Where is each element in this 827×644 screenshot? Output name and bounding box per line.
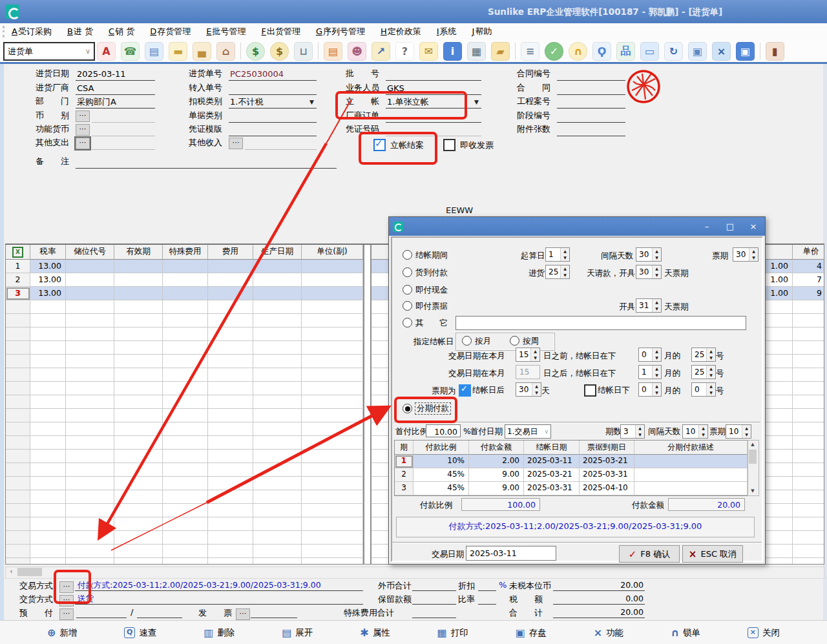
periods-spin[interactable]: 3▲▼ (620, 424, 645, 439)
voucher-no-field[interactable] (386, 123, 481, 136)
stage-no-field[interactable] (557, 110, 625, 123)
invoice-on-receipt-check-item[interactable]: 即收发票 (443, 139, 494, 151)
help-doc-icon[interactable]: ? (395, 42, 414, 61)
department-field[interactable]: 采购部门A (76, 96, 155, 109)
ticket-month-spin[interactable]: 0▲▼ (638, 382, 662, 397)
delete-button[interactable]: ▥删除 (204, 627, 235, 639)
voucher-template-field[interactable] (229, 123, 317, 136)
pay-ticket-spin[interactable]: 10▲▼ (726, 424, 751, 439)
contract-no-field[interactable] (557, 68, 625, 81)
functional-currency-field[interactable] (92, 123, 155, 136)
chevron-down-icon[interactable]: ▼ (309, 99, 315, 105)
info-icon[interactable]: i (443, 42, 462, 61)
batch-no-field[interactable] (386, 68, 481, 81)
before-month-spin[interactable]: 0▲▼ (638, 348, 662, 362)
before-dom-spin[interactable]: 25▲▼ (691, 348, 716, 362)
properties-button[interactable]: ✱属性 (360, 627, 390, 639)
menu-item-g[interactable]: G序列号管理 (316, 26, 365, 37)
bell-icon[interactable]: ∩ (569, 42, 587, 61)
send-mail-icon[interactable]: ✉ (419, 42, 438, 61)
save-button[interactable]: ▣存盘 (516, 627, 547, 639)
quick-search-button[interactable]: Q速查 (124, 627, 156, 639)
other-income-field[interactable] (245, 137, 317, 150)
scroll-thumb[interactable] (17, 568, 42, 576)
briefcase-icon[interactable]: ▄ (193, 42, 211, 61)
installment-scrollbar[interactable]: ▲▼ (748, 440, 759, 496)
transfer-no-field[interactable] (229, 82, 317, 95)
ticket-dom-spin[interactable]: 0▲▼ (691, 382, 716, 397)
tax-category-field[interactable]: 1.不计税▼ (229, 96, 317, 109)
interval-days-spin[interactable]: 30▲▼ (636, 247, 662, 262)
installment-table[interactable]: 期付款比例付款金额结帐日期票据到期日分期付款描述110%2.002025-03-… (394, 440, 748, 496)
request-days-spin[interactable]: 30▲▼ (636, 265, 662, 279)
attachment-count-field[interactable] (557, 123, 625, 136)
copy-doc-icon[interactable]: ≡ (521, 42, 539, 61)
after-month-spin[interactable]: 1▲▼ (638, 365, 662, 379)
first-pay-date-select[interactable]: 1.交易日∨ (505, 424, 551, 439)
print-button[interactable]: ▦打印 (437, 627, 468, 639)
remark-field[interactable] (76, 156, 337, 169)
currency-field[interactable] (92, 110, 155, 123)
other-expense-field[interactable] (92, 137, 155, 150)
chevron-down-icon[interactable]: ▼ (474, 99, 480, 105)
other-radio[interactable] (403, 318, 412, 327)
receipt-no-field[interactable]: PC25030004 (229, 68, 317, 81)
installment-row[interactable]: 110%2.002025-03-112025-03-21 (395, 455, 748, 468)
menu-item-d[interactable]: D存货管理 (150, 26, 191, 37)
excel-icon[interactable]: X (12, 247, 23, 258)
phone-icon[interactable]: ☎ (121, 42, 140, 61)
after-dom-spin[interactable]: 25▲▼ (691, 365, 716, 379)
prepay-browse-button[interactable]: ⋯ (59, 608, 74, 620)
menu-item-b[interactable]: B进 货 (67, 26, 93, 37)
account-settle-checkbox[interactable] (373, 139, 386, 151)
salesperson-field[interactable]: GKS (386, 82, 481, 95)
dialog-maximize-button[interactable]: □ (718, 217, 742, 236)
monitor-icon[interactable]: ▭ (640, 42, 659, 61)
down-ratio-input[interactable]: 10.00 (426, 424, 461, 437)
doc-type-select[interactable]: 进货单 ∨ (3, 42, 95, 61)
installment-row[interactable]: 245%9.002025-03-212025-03-31 (395, 468, 748, 482)
folder-icon[interactable]: ▰ (491, 42, 510, 61)
supplier-order-field[interactable] (386, 110, 481, 123)
cash-radio[interactable] (403, 285, 412, 295)
account-mode-field[interactable]: 1.单张立帐▼ (386, 96, 481, 109)
cancel-button[interactable]: ×ESC 取消 (682, 545, 743, 563)
doc-category-field[interactable] (229, 110, 317, 123)
check-icon[interactable]: ✓ (545, 42, 563, 61)
money-bag-icon[interactable]: $ (270, 42, 289, 61)
grid-header-5[interactable]: 生产日期 (253, 245, 302, 260)
copy-window-icon[interactable]: ▣ (688, 42, 707, 61)
other-terms-input[interactable] (455, 316, 746, 330)
ticket-days-spin[interactable]: 30▲▼ (733, 247, 759, 262)
trade-mode-browse-button[interactable]: ⋯ (59, 581, 74, 593)
menu-item-c[interactable]: C销 货 (109, 26, 134, 37)
exit-door-icon[interactable]: ▮ (766, 42, 784, 61)
menu-item-h[interactable]: H定价政策 (381, 26, 421, 37)
team-icon[interactable]: ☻ (348, 42, 366, 61)
settle-period-radio[interactable] (403, 250, 412, 260)
search-icon[interactable]: Ϙ (592, 42, 611, 61)
dialog-close-button[interactable]: × (742, 217, 765, 236)
shopping-cart-icon[interactable]: ⊔ (294, 42, 313, 61)
close-x-icon[interactable]: × (712, 42, 731, 61)
contract-field[interactable] (557, 82, 625, 95)
invoice-on-receipt-checkbox[interactable] (443, 139, 455, 151)
by-month-radio[interactable] (462, 336, 472, 346)
menu-item-f[interactable]: F出货管理 (261, 26, 300, 37)
dialog-minimize-button[interactable]: – (695, 217, 718, 236)
note-radio[interactable] (403, 301, 412, 311)
calculator-icon[interactable]: ▦ (467, 42, 486, 61)
clipboard-icon[interactable]: ▤ (324, 42, 342, 61)
computer-icon[interactable]: ▤ (145, 42, 163, 61)
grid-header-3[interactable]: 特殊费用 (163, 245, 208, 260)
installment-radio[interactable] (403, 404, 412, 413)
grid-header-0[interactable]: 税率 (30, 245, 66, 260)
settle-after-check-checkbox[interactable] (459, 384, 471, 397)
menu-item-j[interactable]: J帮助 (472, 26, 492, 37)
confirm-button[interactable]: ✓F8 确认 (619, 545, 680, 563)
menu-item-a[interactable]: A受订采购 (12, 26, 52, 37)
other-expense-browse-button[interactable]: ⋯ (76, 138, 90, 149)
grid-horizontal-scrollbar[interactable]: ‹ (5, 566, 824, 579)
issue-days-spin[interactable]: 31▲▼ (636, 298, 662, 313)
grid-header-price[interactable]: 单价 (793, 245, 824, 260)
